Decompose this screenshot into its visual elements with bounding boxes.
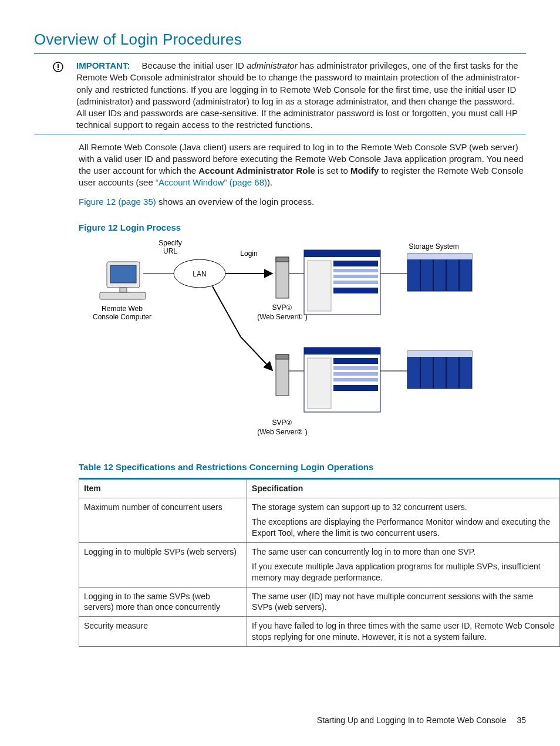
- cell-item: Maximum number of concurrent users: [79, 498, 247, 543]
- svg-rect-18: [407, 254, 472, 259]
- svp2-label: SVP②: [272, 418, 292, 427]
- specify-url-1: Specify: [158, 239, 181, 247]
- p1-bold2: Modify: [350, 166, 379, 175]
- col-header-item: Item: [79, 479, 247, 498]
- cell-spec: If you have failed to log in three times…: [247, 617, 560, 647]
- spec-line: The same user can concurrently log in to…: [252, 546, 555, 558]
- svg-rect-13: [333, 269, 378, 272]
- important-rest: has administrator privileges, one of the…: [76, 60, 519, 130]
- important-text: IMPORTANT: Because the initial user ID a…: [76, 60, 526, 131]
- svg-rect-28: [333, 358, 378, 364]
- page-number: 35: [517, 715, 526, 725]
- webserver2-label: (Web Server② ): [257, 428, 307, 436]
- table-row: Logging in to the same SVPs (web servers…: [79, 587, 560, 617]
- col-header-spec: Specification: [247, 479, 560, 498]
- svg-rect-27: [308, 358, 331, 409]
- callout-rule: [34, 134, 526, 134]
- cross-ref-figure-12[interactable]: Figure 12 (page 35): [79, 197, 156, 207]
- body-paragraph-1: All Remote Web Console (Java client) use…: [79, 141, 526, 189]
- cell-item: Security measure: [79, 617, 247, 647]
- client-computer-icon: [100, 262, 146, 299]
- console-window-2: [304, 347, 380, 412]
- arrow-login-svp2: [212, 286, 272, 370]
- page-title: Overview of Login Procedures: [34, 29, 526, 50]
- client-label-2: Console Computer: [93, 313, 151, 321]
- storage-array-1: [407, 254, 472, 291]
- svg-rect-7: [276, 257, 289, 298]
- svg-rect-8: [276, 257, 289, 262]
- table-row: Maximum number of concurrent users The s…: [79, 498, 560, 543]
- important-icon: [53, 62, 63, 72]
- webserver1-label: (Web Server① ): [257, 313, 307, 321]
- svg-rect-32: [333, 385, 378, 391]
- svg-rect-4: [110, 265, 136, 283]
- specify-url-2: URL: [163, 247, 177, 255]
- spec-line: The storage system can support up to 32 …: [252, 502, 555, 513]
- table-caption: Table 12 Specifications and Restrictions…: [79, 461, 526, 473]
- login-process-diagram: Remote Web Console Computer LAN Specify …: [79, 238, 526, 455]
- svg-rect-15: [333, 281, 378, 284]
- storage-label: Storage System: [409, 242, 458, 251]
- svg-rect-11: [308, 261, 331, 311]
- important-leading: Because the initial user ID: [142, 60, 247, 70]
- svg-rect-30: [333, 372, 378, 376]
- title-rule: [34, 53, 526, 54]
- page-footer: Starting Up and Logging In to Remote Web…: [317, 715, 526, 726]
- svp1-label: SVP①: [272, 303, 292, 312]
- cell-spec: The same user can concurrently log in to…: [247, 542, 560, 587]
- login-label: Login: [240, 249, 257, 258]
- svg-rect-2: [58, 69, 59, 70]
- p2rest: shows an overview of the login process.: [156, 197, 314, 207]
- p1f: ).: [267, 177, 272, 187]
- svg-rect-1: [58, 64, 59, 68]
- cell-spec: The storage system can support up to 32 …: [247, 498, 560, 543]
- footer-text: Starting Up and Logging In to Remote Web…: [317, 715, 507, 725]
- svp2-server-icon: [276, 355, 289, 396]
- page: Overview of Login Procedures IMPORTANT: …: [0, 0, 560, 746]
- spec-line: The same user (ID) may not have multiple…: [252, 591, 555, 613]
- table-row: Security measure If you have failed to l…: [79, 617, 560, 647]
- console-window-1: [304, 250, 380, 315]
- important-label: IMPORTANT:: [76, 60, 130, 70]
- storage-array-2: [407, 351, 472, 389]
- cell-item: Logging in to multiple SVPs (web servers…: [79, 542, 247, 587]
- spec-line: If you have failed to log in three times…: [252, 620, 555, 643]
- svg-rect-24: [276, 355, 289, 359]
- svg-rect-5: [100, 292, 146, 299]
- svg-rect-26: [304, 347, 380, 355]
- table-header-row: Item Specification: [79, 479, 560, 498]
- svg-rect-23: [276, 355, 289, 396]
- cross-ref-account-window[interactable]: “Account Window” (page 68): [156, 177, 267, 187]
- spec-line: The exceptions are displaying the Perfor…: [252, 517, 555, 539]
- cell-item: Logging in to the same SVPs (web servers…: [79, 587, 247, 617]
- body-paragraph-2: Figure 12 (page 35) shows an overview of…: [79, 196, 526, 208]
- important-callout: IMPORTANT: Because the initial user ID a…: [34, 60, 526, 131]
- svg-rect-14: [333, 275, 378, 278]
- svg-rect-34: [407, 351, 472, 357]
- p1c: is set to: [315, 166, 350, 175]
- svg-rect-31: [333, 378, 378, 382]
- svg-rect-29: [333, 366, 378, 370]
- spec-table: Item Specification Maximum number of con…: [79, 478, 560, 647]
- important-emph: administrator: [247, 60, 298, 70]
- svg-rect-6: [120, 288, 127, 292]
- spec-line: If you execute multiple Java application…: [252, 561, 555, 583]
- cell-spec: The same user (ID) may not have multiple…: [247, 587, 560, 617]
- table-row: Logging in to multiple SVPs (web servers…: [79, 542, 560, 587]
- client-label-1: Remote Web: [102, 305, 143, 313]
- svp1-server-icon: [276, 257, 289, 298]
- svg-rect-16: [333, 288, 378, 293]
- svg-rect-10: [304, 250, 380, 257]
- lan-label: LAN: [193, 270, 206, 278]
- svg-rect-12: [333, 261, 378, 266]
- figure-caption: Figure 12 Login Process: [79, 222, 526, 234]
- p1-bold1: Account Administrator Role: [198, 166, 315, 175]
